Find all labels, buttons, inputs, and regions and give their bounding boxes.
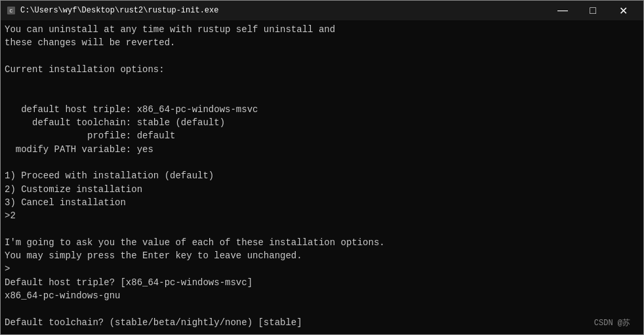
close-button[interactable]: ✕ (608, 1, 638, 20)
terminal-line: I'm going to ask you the value of each o… (5, 236, 639, 249)
terminal-line: x86_64-pc-windows-gnu (5, 289, 639, 302)
window-controls: — □ ✕ (548, 1, 638, 20)
terminal-line: these changes will be reverted. (5, 36, 639, 49)
terminal-line: default host triple: x86_64-pc-windows-m… (5, 103, 639, 116)
terminal-line (5, 76, 639, 89)
terminal-line: Current installation options: (5, 63, 639, 76)
terminal-line: profile: default (5, 129, 639, 142)
terminal-line: You can uninstall at any time with rustu… (5, 23, 639, 36)
terminal-line: Default host triple? [x86_64-pc-windows-… (5, 276, 639, 289)
terminal-line: 1) Proceed with installation (default) (5, 169, 639, 182)
terminal-line: You may simply press the Enter key to le… (5, 249, 639, 262)
terminal-line (5, 156, 639, 169)
terminal-line: 2) Customize installation (5, 183, 639, 196)
svg-text:C: C (10, 8, 13, 14)
terminal-line (5, 89, 639, 102)
maximize-button[interactable]: □ (578, 1, 608, 20)
terminal-line: 3) Cancel installation (5, 196, 639, 209)
minimize-button[interactable]: — (548, 1, 578, 20)
window-title: C:\Users\wyf\Desktop\rust2\rustup-init.e… (20, 6, 218, 15)
terminal-line (5, 50, 639, 63)
terminal-output[interactable]: You can uninstall at any time with rustu… (1, 20, 643, 334)
terminal-line: modify PATH variable: yes (5, 143, 639, 156)
terminal-line: > (5, 262, 639, 275)
main-window: C C:\Users\wyf\Desktop\rust2\rustup-init… (0, 0, 644, 335)
terminal-line (5, 329, 639, 334)
terminal-line: Default toolchain? (stable/beta/nightly/… (5, 316, 639, 329)
app-icon: C (6, 5, 16, 16)
title-bar: C C:\Users\wyf\Desktop\rust2\rustup-init… (1, 1, 643, 20)
title-bar-left: C C:\Users\wyf\Desktop\rust2\rustup-init… (6, 5, 218, 16)
terminal-line: default toolchain: stable (default) (5, 116, 639, 129)
terminal-line (5, 302, 639, 315)
terminal-line: >2 (5, 209, 639, 222)
terminal-line (5, 222, 639, 235)
watermark: CSDN @苏 (594, 318, 630, 329)
